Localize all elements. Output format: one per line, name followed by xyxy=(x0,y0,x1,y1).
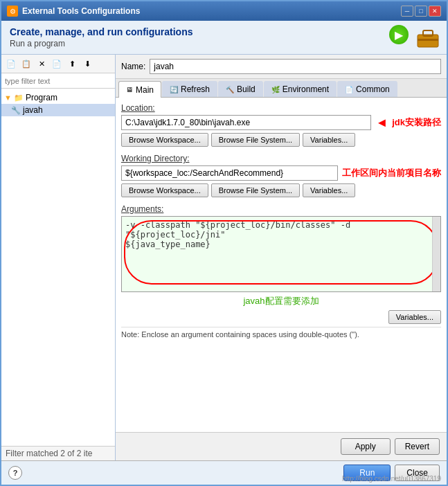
right-panel: Name: 🖥 Main 🔄 Refresh 🔨 Build 🌿 xyxy=(116,55,447,460)
name-input[interactable] xyxy=(150,59,441,74)
header-title: Create, manage, and run configurations xyxy=(10,26,438,37)
header-area: Create, manage, and run configurations R… xyxy=(1,21,447,55)
working-dir-buttons: Browse Workspace... Browse File System..… xyxy=(121,183,441,197)
maximize-button[interactable]: □ xyxy=(415,6,427,17)
working-dir-label: Working Directory: xyxy=(121,154,441,163)
vars-btn-row: Variables... xyxy=(121,310,441,324)
args-annotation: javah配置需要添加 xyxy=(121,295,441,307)
working-dir-annotation: 工作区间内当前项目名称 xyxy=(342,167,441,179)
location-buttons: Browse Workspace... Browse File System..… xyxy=(121,133,441,147)
working-dir-input[interactable] xyxy=(121,165,338,181)
tab-common[interactable]: 📄 Common xyxy=(337,81,397,97)
item-icon: 🔧 xyxy=(11,106,21,115)
tree-item-program[interactable]: ▼ 📁 Program xyxy=(1,91,115,104)
env-tab-icon: 🌿 xyxy=(271,86,280,93)
browse-filesystem-btn-1[interactable]: Browse File System... xyxy=(211,133,300,147)
bottom-buttons: Apply Revert xyxy=(116,432,447,460)
main-tab-icon: 🖥 xyxy=(126,86,133,93)
up-button[interactable]: ⬆ xyxy=(65,57,79,71)
location-arrow: ◄ xyxy=(375,116,388,130)
collapse-button[interactable]: 📄 xyxy=(50,57,64,71)
location-label: Location: xyxy=(121,103,441,113)
working-dir-row: 工作区间内当前项目名称 xyxy=(121,165,441,181)
note-text: Note: Enclose an argument containing spa… xyxy=(121,327,441,341)
variables-btn-2[interactable]: Variables... xyxy=(303,183,355,197)
status-text: Filter matched 2 of 2 ite xyxy=(6,449,92,458)
browse-workspace-btn-2[interactable]: Browse Workspace... xyxy=(121,183,208,197)
external-tools-window: ⚙ External Tools Configurations ─ □ ✕ Cr… xyxy=(0,0,448,486)
tab-main-label: Main xyxy=(136,85,154,95)
location-input[interactable] xyxy=(121,115,371,130)
main-content: 📄 📋 ✕ 📄 ⬆ ⬇ ▼ 📁 Program 🔧 javah xyxy=(1,55,447,460)
close-window-button[interactable]: ✕ xyxy=(429,6,441,17)
tabs: 🖥 Main 🔄 Refresh 🔨 Build 🌿 Environment 📄 xyxy=(116,79,447,98)
new-button[interactable]: 📄 xyxy=(4,57,18,71)
title-bar-left: ⚙ External Tools Configurations xyxy=(7,6,140,17)
name-label: Name: xyxy=(121,62,145,71)
revert-button[interactable]: Revert xyxy=(395,438,440,455)
tree-area: ▼ 📁 Program 🔧 javah xyxy=(1,89,115,446)
svg-rect-2 xyxy=(418,39,438,41)
arguments-container xyxy=(121,216,441,292)
location-annotation: jdk安装路径 xyxy=(392,116,441,129)
browse-filesystem-btn-2[interactable]: Browse File System... xyxy=(211,183,300,197)
toolbar: 📄 📋 ✕ 📄 ⬆ ⬇ xyxy=(1,55,115,73)
tab-main[interactable]: 🖥 Main xyxy=(118,81,161,98)
scrollbar[interactable] xyxy=(432,217,440,291)
run-icon: ▶ xyxy=(389,25,409,44)
tree-item-label: Program xyxy=(26,93,57,102)
filter-input[interactable] xyxy=(1,73,115,89)
header-subtitle: Run a program xyxy=(10,39,65,48)
watermark: http://blog.csdn.net/u013867319 xyxy=(342,475,441,483)
tree-item-javah[interactable]: 🔧 javah xyxy=(1,104,115,116)
title-bar: ⚙ External Tools Configurations ─ □ ✕ xyxy=(1,1,447,21)
arguments-input[interactable] xyxy=(122,217,440,291)
name-row: Name: xyxy=(116,55,447,79)
tree-item-label: javah xyxy=(23,105,43,115)
delete-button[interactable]: ✕ xyxy=(35,57,48,71)
tab-environment-label: Environment xyxy=(283,84,329,94)
apply-button[interactable]: Apply xyxy=(341,438,391,455)
status-bar: Filter matched 2 of 2 ite xyxy=(1,446,115,460)
browse-workspace-btn-1[interactable]: Browse Workspace... xyxy=(121,133,208,147)
build-tab-icon: 🔨 xyxy=(226,86,234,93)
minimize-button[interactable]: ─ xyxy=(401,6,413,17)
expand-icon: ▼ xyxy=(4,93,12,102)
tab-common-label: Common xyxy=(356,84,390,94)
tab-refresh[interactable]: 🔄 Refresh xyxy=(162,81,217,97)
copy-button[interactable]: 📋 xyxy=(19,57,33,71)
down-button[interactable]: ⬇ xyxy=(80,57,94,71)
header-sub: Run a program xyxy=(10,39,438,48)
location-row: ◄ jdk安装路径 xyxy=(121,115,441,130)
window-title: External Tools Configurations xyxy=(22,6,140,16)
tab-build[interactable]: 🔨 Build xyxy=(218,81,263,97)
tab-environment[interactable]: 🌿 Environment xyxy=(264,81,337,97)
panel-content: Location: ◄ jdk安装路径 Browse Workspace... … xyxy=(116,98,447,432)
refresh-tab-icon: 🔄 xyxy=(170,86,178,93)
help-button[interactable]: ? xyxy=(8,466,22,480)
common-tab-icon: 📄 xyxy=(345,86,353,93)
arguments-label: Arguments: xyxy=(121,204,441,214)
window-icon: ⚙ xyxy=(7,6,18,17)
folder-icon: 📁 xyxy=(14,93,24,102)
tab-refresh-label: Refresh xyxy=(181,84,210,94)
toolbox-icon xyxy=(415,24,441,52)
variables-btn-3[interactable]: Variables... xyxy=(388,310,441,324)
left-panel: 📄 📋 ✕ 📄 ⬆ ⬇ ▼ 📁 Program 🔧 javah xyxy=(1,55,116,460)
variables-btn-1[interactable]: Variables... xyxy=(303,133,355,147)
title-controls: ─ □ ✕ xyxy=(401,6,441,17)
tab-build-label: Build xyxy=(237,84,256,94)
